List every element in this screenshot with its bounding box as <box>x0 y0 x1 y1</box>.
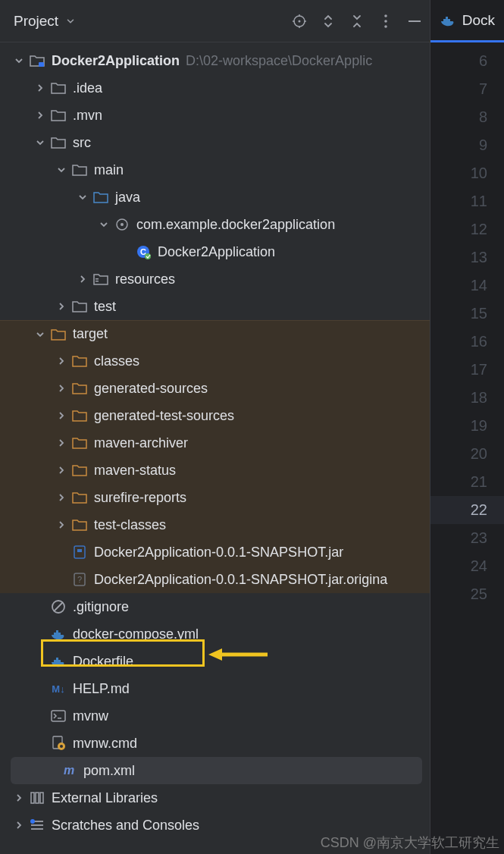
tree-label: docker-compose.yml <box>73 626 199 642</box>
docker-icon <box>440 14 456 27</box>
line-number[interactable]: 18 <box>430 384 504 412</box>
project-tree: Docker2Application D:\02-workspace\Docke… <box>0 42 430 854</box>
chevron-down-icon[interactable] <box>63 14 78 29</box>
svg-point-6 <box>384 14 387 17</box>
folder-icon <box>50 134 67 151</box>
tree-label: Dockerfile <box>73 654 133 670</box>
tree-item-mvnw-cmd[interactable]: mvnw.cmd <box>0 730 430 757</box>
project-header: Project <box>0 0 430 42</box>
line-number[interactable]: 19 <box>430 412 504 440</box>
tree-item-gen-test-sources[interactable]: generated-test-sources <box>0 402 430 429</box>
tree-label: classes <box>94 353 139 369</box>
chevron-down-icon <box>97 218 111 231</box>
folder-icon <box>50 107 67 124</box>
target-icon[interactable] <box>292 14 307 29</box>
tree-item-main[interactable]: main <box>0 156 430 184</box>
tree-item-pom[interactable]: m pom.xml <box>11 757 422 784</box>
gitignore-icon <box>50 598 67 615</box>
expand-icon[interactable] <box>321 14 336 29</box>
tree-item-idea[interactable]: .idea <box>0 74 430 102</box>
tree-item-jar[interactable]: Docker2Application-0.0.1-SNAPSHOT.jar <box>0 538 430 566</box>
tree-label: surefire-reports <box>94 490 186 506</box>
gear-file-icon <box>50 735 67 752</box>
chevron-down-icon <box>55 163 68 177</box>
tree-label: resources <box>115 272 175 287</box>
line-number[interactable]: 12 <box>430 215 504 243</box>
svg-text:?: ? <box>77 575 82 584</box>
folder-icon <box>71 298 88 315</box>
tree-item-help-md[interactable]: M↓ HELP.md <box>0 675 430 702</box>
minimize-icon[interactable] <box>407 14 422 29</box>
tree-item-package[interactable]: com.example.docker2application <box>0 211 430 238</box>
tree-label: target <box>73 326 108 342</box>
line-number[interactable]: 22 <box>430 496 504 524</box>
line-number[interactable]: 24 <box>430 552 504 580</box>
chevron-right-icon <box>76 272 89 286</box>
more-icon[interactable] <box>378 14 393 29</box>
tree-label: main <box>94 162 124 178</box>
line-number[interactable]: 9 <box>430 131 504 159</box>
package-icon <box>114 216 130 233</box>
line-number[interactable]: 17 <box>430 356 504 384</box>
line-gutter: 678910111213141516171819202122232425 <box>430 42 504 854</box>
line-number[interactable]: 23 <box>430 524 504 552</box>
line-number[interactable]: 7 <box>430 75 504 103</box>
tree-item-jar-original[interactable]: ? Docker2Application-0.0.1-SNAPSHOT.jar.… <box>0 566 430 593</box>
line-number[interactable]: 6 <box>430 47 504 75</box>
tree-item-src[interactable]: src <box>0 129 430 156</box>
tree-item-mvn[interactable]: .mvn <box>0 102 430 129</box>
excluded-folder-icon <box>71 407 88 424</box>
tree-item-mvnw[interactable]: mvnw <box>0 702 430 730</box>
tree-item-test-classes[interactable]: test-classes <box>0 511 430 538</box>
line-number[interactable]: 21 <box>430 468 504 496</box>
tree-item-docker-compose[interactable]: docker-compose.yml <box>0 620 430 648</box>
editor-tab[interactable]: Dock <box>430 0 504 42</box>
module-folder-icon <box>29 52 45 69</box>
tree-label: .mvn <box>73 108 102 124</box>
project-title[interactable]: Project <box>14 13 58 30</box>
svg-line-23 <box>54 602 63 611</box>
line-number[interactable]: 25 <box>430 580 504 608</box>
line-number[interactable]: 8 <box>430 103 504 131</box>
source-folder-icon <box>92 189 109 206</box>
tree-item-app-class[interactable]: C Docker2Application <box>0 238 430 265</box>
tree-item-scratches[interactable]: Scratches and Consoles <box>0 812 430 839</box>
library-icon <box>29 790 45 806</box>
svg-rect-31 <box>40 793 43 803</box>
tree-item-test[interactable]: test <box>0 293 430 320</box>
tree-item-classes[interactable]: classes <box>0 347 430 375</box>
tree-label: mvnw.cmd <box>73 736 137 752</box>
tree-item-dockerfile[interactable]: Dockerfile <box>0 648 430 675</box>
line-number[interactable]: 13 <box>430 243 504 272</box>
line-number[interactable]: 14 <box>430 272 504 300</box>
terminal-icon <box>50 708 67 724</box>
excluded-folder-icon <box>71 435 88 451</box>
tree-item-maven-archiver[interactable]: maven-archiver <box>0 429 430 457</box>
svg-rect-10 <box>39 62 44 67</box>
maven-icon: m <box>61 762 77 779</box>
tree-path: D:\02-workspace\DockerApplic <box>186 53 372 69</box>
excluded-folder-icon <box>71 353 88 369</box>
tree-item-target[interactable]: target <box>0 320 430 347</box>
editor-panel: Dock 67891011121314151617181920212223242… <box>430 0 504 854</box>
line-number[interactable]: 15 <box>430 300 504 328</box>
tree-item-resources[interactable]: resources <box>0 265 430 293</box>
line-number[interactable]: 11 <box>430 187 504 215</box>
tree-item-surefire[interactable]: surefire-reports <box>0 484 430 511</box>
line-number[interactable]: 16 <box>430 328 504 356</box>
tree-item-external-libs[interactable]: External Libraries <box>0 784 430 812</box>
line-number[interactable]: 20 <box>430 440 504 468</box>
chevron-right-icon <box>55 518 68 532</box>
tree-item-gen-sources[interactable]: generated-sources <box>0 375 430 402</box>
tree-label: com.example.docker2application <box>136 217 335 233</box>
tree-item-java[interactable]: java <box>0 184 430 211</box>
svg-point-8 <box>384 25 387 28</box>
line-number[interactable]: 10 <box>430 159 504 187</box>
tree-item-maven-status[interactable]: maven-status <box>0 457 430 484</box>
excluded-folder-icon <box>71 380 88 397</box>
tree-item-gitignore[interactable]: .gitignore <box>0 593 430 620</box>
collapse-icon[interactable] <box>349 14 365 29</box>
excluded-folder-icon <box>71 462 88 479</box>
excluded-folder-icon <box>71 516 88 533</box>
tree-root[interactable]: Docker2Application D:\02-workspace\Docke… <box>0 47 430 74</box>
